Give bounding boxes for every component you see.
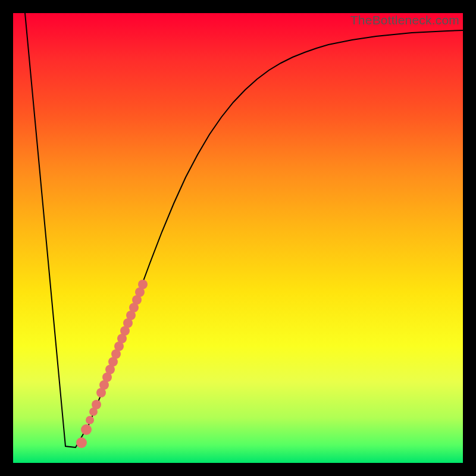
chart-frame: TheBottleneck.com — [0, 0, 476, 476]
bottleneck-curve — [25, 13, 463, 447]
marker-dot — [138, 280, 148, 289]
chart-plot-area: TheBottleneck.com — [13, 13, 463, 463]
marker-dot — [86, 416, 94, 424]
chart-svg — [13, 13, 463, 463]
marker-dot — [76, 437, 87, 448]
marker-dot — [92, 400, 101, 409]
highlighted-markers — [76, 280, 148, 448]
marker-dot — [81, 424, 92, 435]
